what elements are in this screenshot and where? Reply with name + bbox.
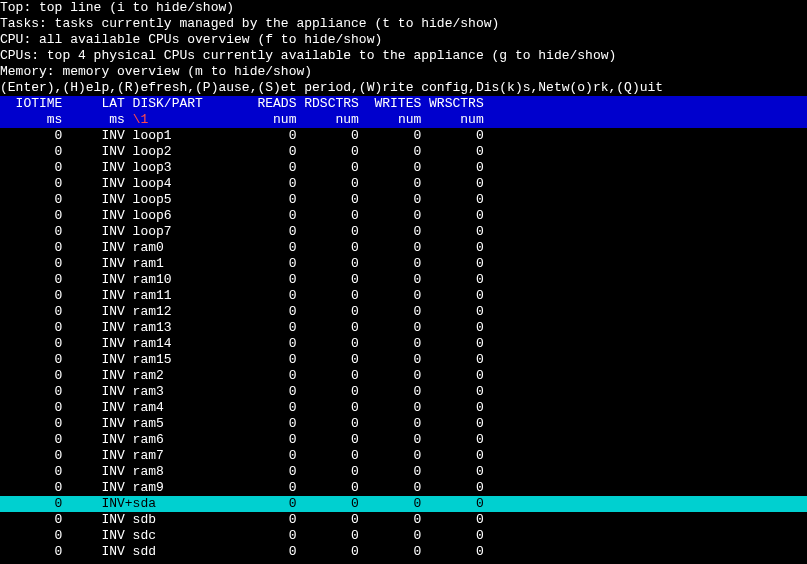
disk-row[interactable]: 0 INV sdc 0 0 0 0 bbox=[0, 528, 807, 544]
disk-row[interactable]: 0 INV+sda 0 0 0 0 bbox=[0, 496, 807, 512]
disk-row[interactable]: 0 INV loop3 0 0 0 0 bbox=[0, 160, 807, 176]
info-line-4: Memory: memory overview (m to hide/show) bbox=[0, 64, 807, 80]
column-header-2: ms ms \1 num num num num bbox=[0, 112, 807, 128]
disk-row[interactable]: 0 INV ram3 0 0 0 0 bbox=[0, 384, 807, 400]
info-line-5: (Enter),(H)elp,(R)efresh,(P)ause,(S)et p… bbox=[0, 80, 807, 96]
disk-row[interactable]: 0 INV ram4 0 0 0 0 bbox=[0, 400, 807, 416]
disk-row[interactable]: 0 INV sdd 0 0 0 0 bbox=[0, 544, 807, 560]
disk-row[interactable]: 0 INV loop6 0 0 0 0 bbox=[0, 208, 807, 224]
column-header-1: IOTIME LAT DISK/PART READS RDSCTRS WRITE… bbox=[0, 96, 807, 112]
disk-row[interactable]: 0 INV sdb 0 0 0 0 bbox=[0, 512, 807, 528]
disk-row[interactable]: 0 INV ram6 0 0 0 0 bbox=[0, 432, 807, 448]
disk-row[interactable]: 0 INV ram12 0 0 0 0 bbox=[0, 304, 807, 320]
disk-row[interactable]: 0 INV ram15 0 0 0 0 bbox=[0, 352, 807, 368]
disk-row[interactable]: 0 INV ram0 0 0 0 0 bbox=[0, 240, 807, 256]
disk-row[interactable]: 0 INV ram8 0 0 0 0 bbox=[0, 464, 807, 480]
disk-row[interactable]: 0 INV ram11 0 0 0 0 bbox=[0, 288, 807, 304]
info-line-0: Top: top line (i to hide/show) bbox=[0, 0, 807, 16]
disk-row[interactable]: 0 INV ram5 0 0 0 0 bbox=[0, 416, 807, 432]
disk-row[interactable]: 0 INV loop7 0 0 0 0 bbox=[0, 224, 807, 240]
disk-row[interactable]: 0 INV ram1 0 0 0 0 bbox=[0, 256, 807, 272]
info-line-3: CPUs: top 4 physical CPUs currently avai… bbox=[0, 48, 807, 64]
disk-row[interactable]: 0 INV ram10 0 0 0 0 bbox=[0, 272, 807, 288]
disk-row[interactable]: 0 INV loop4 0 0 0 0 bbox=[0, 176, 807, 192]
disk-row[interactable]: 0 INV ram2 0 0 0 0 bbox=[0, 368, 807, 384]
disk-row[interactable]: 0 INV loop1 0 0 0 0 bbox=[0, 128, 807, 144]
disk-row[interactable]: 0 INV loop2 0 0 0 0 bbox=[0, 144, 807, 160]
disk-row[interactable]: 0 INV ram9 0 0 0 0 bbox=[0, 480, 807, 496]
info-line-1: Tasks: tasks currently managed by the ap… bbox=[0, 16, 807, 32]
info-line-2: CPU: all available CPUs overview (f to h… bbox=[0, 32, 807, 48]
disk-row[interactable]: 0 INV ram7 0 0 0 0 bbox=[0, 448, 807, 464]
disk-row[interactable]: 0 INV ram13 0 0 0 0 bbox=[0, 320, 807, 336]
sort-indicator: \1 bbox=[133, 112, 149, 127]
disk-row[interactable]: 0 INV ram14 0 0 0 0 bbox=[0, 336, 807, 352]
disk-row[interactable]: 0 INV loop5 0 0 0 0 bbox=[0, 192, 807, 208]
